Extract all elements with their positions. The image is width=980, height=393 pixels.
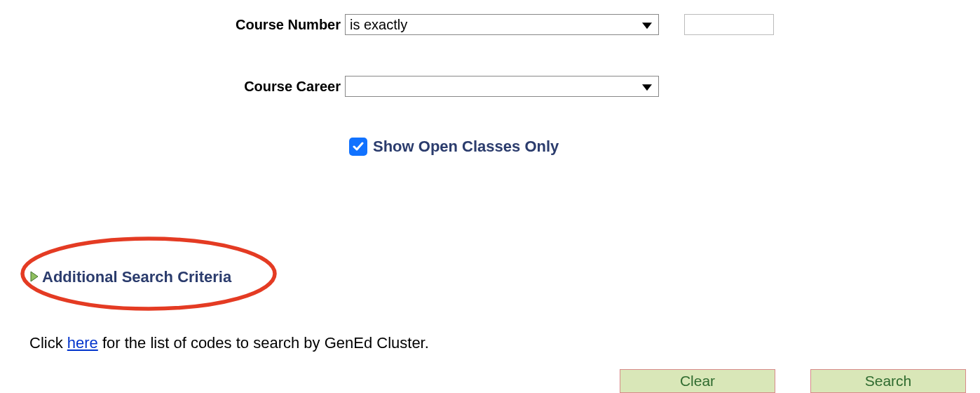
gened-help-prefix: Click [29,334,67,352]
expand-right-icon [29,268,39,286]
course-number-operator-wrap: is exactly [345,14,659,35]
course-career-row: Course Career [0,76,980,97]
gened-help-suffix: for the list of codes to search by GenEd… [98,334,429,352]
search-button[interactable]: Search [810,369,966,393]
show-open-only-group: Show Open Classes Only [349,138,559,156]
course-career-select[interactable] [345,76,659,97]
course-career-select-wrap [345,76,659,97]
checkmark-icon [352,140,365,153]
course-number-input[interactable] [684,14,774,35]
additional-search-criteria-label: Additional Search Criteria [42,268,231,286]
clear-button[interactable]: Clear [620,369,775,393]
show-open-only-row: Show Open Classes Only [0,138,980,156]
course-number-label: Course Number [0,17,345,33]
class-search-form: Course Number is exactly Course Career S… [0,0,980,156]
action-buttons-row: Clear Search [0,369,980,393]
course-career-label: Course Career [0,79,345,95]
show-open-only-label: Show Open Classes Only [373,138,559,156]
gened-help-link[interactable]: here [67,334,98,352]
gened-help-text: Click here for the list of codes to sear… [29,334,980,352]
additional-search-criteria-toggle[interactable]: Additional Search Criteria [29,268,231,286]
additional-search-criteria-section: Additional Search Criteria [29,268,980,286]
show-open-only-checkbox[interactable] [349,138,367,156]
course-number-row: Course Number is exactly [0,14,980,35]
course-number-operator-select[interactable]: is exactly [345,14,659,35]
